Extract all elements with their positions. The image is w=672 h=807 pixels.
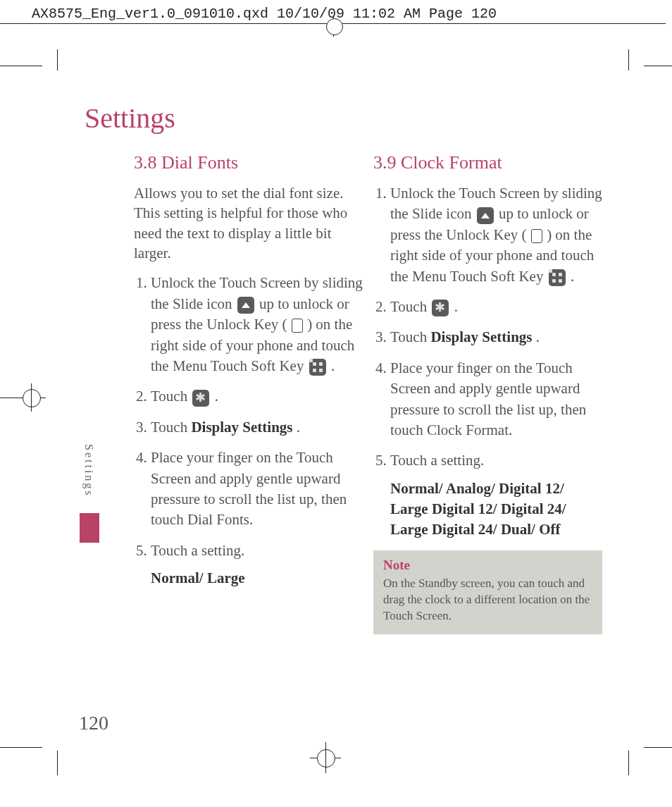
crop-mark [0, 42, 672, 70]
options-list: Normal/ Analog/ Digital 12/ Large Digita… [390, 479, 602, 541]
step-item: Touch Display Settings . [390, 327, 602, 347]
description: Allows you to set the dial font size. Th… [134, 183, 363, 263]
steps-list: Unlock the Touch Screen by sliding the S… [373, 183, 602, 541]
page-number: 120 [79, 712, 108, 734]
steps-list: Unlock the Touch Screen by sliding the S… [134, 273, 363, 589]
meta-text: AX8575_Eng_ver1.0_091010.qxd 10/10/09 11… [32, 6, 497, 22]
settings-gear-icon [192, 390, 209, 407]
step-item: Unlock the Touch Screen by sliding the S… [151, 273, 363, 376]
settings-gear-icon [432, 300, 449, 316]
menu-soft-key-icon [309, 359, 326, 376]
step-item: Place your finger on the Touch Screen an… [390, 358, 602, 441]
menu-soft-key-icon [549, 269, 566, 286]
subheading-clock-format: 3.9 Clock Format [373, 152, 602, 173]
note-box: Note On the Standby screen, you can touc… [373, 550, 602, 634]
step-item: Touch . [151, 386, 363, 407]
note-title: Note [383, 557, 592, 573]
step-item: Unlock the Touch Screen by sliding the S… [390, 183, 602, 287]
side-tab-label: Settings [82, 444, 95, 498]
step-item: Touch Display Settings . [151, 417, 363, 438]
page-title: Settings [85, 101, 672, 135]
left-column: 3.8 Dial Fonts Allows you to set the dia… [134, 152, 363, 634]
unlock-key-icon [292, 319, 303, 333]
subheading-dial-fonts: 3.8 Dial Fonts [134, 152, 363, 173]
step-item: Place your finger on the Touch Screen an… [151, 448, 363, 531]
step-item: Touch a setting. Normal/ Analog/ Digital… [390, 450, 602, 541]
document-meta-header: AX8575_Eng_ver1.0_091010.qxd 10/10/09 11… [0, 0, 666, 24]
side-tab-bar [80, 513, 99, 543]
step-item: Touch . [390, 297, 602, 317]
options-list: Normal/ Large [151, 568, 363, 589]
unlock-key-icon [531, 229, 542, 243]
display-settings-label: Display Settings [191, 419, 292, 436]
content-columns: 3.8 Dial Fonts Allows you to set the dia… [134, 152, 613, 634]
slide-up-icon [477, 207, 494, 224]
step-item: Touch a setting. Normal/ Large [151, 541, 363, 589]
note-text: On the Standby screen, you can touch and… [383, 576, 592, 624]
right-column: 3.9 Clock Format Unlock the Touch Screen… [373, 152, 602, 634]
slide-up-icon [237, 297, 254, 314]
crop-mark [0, 747, 672, 789]
display-settings-label: Display Settings [430, 328, 532, 345]
